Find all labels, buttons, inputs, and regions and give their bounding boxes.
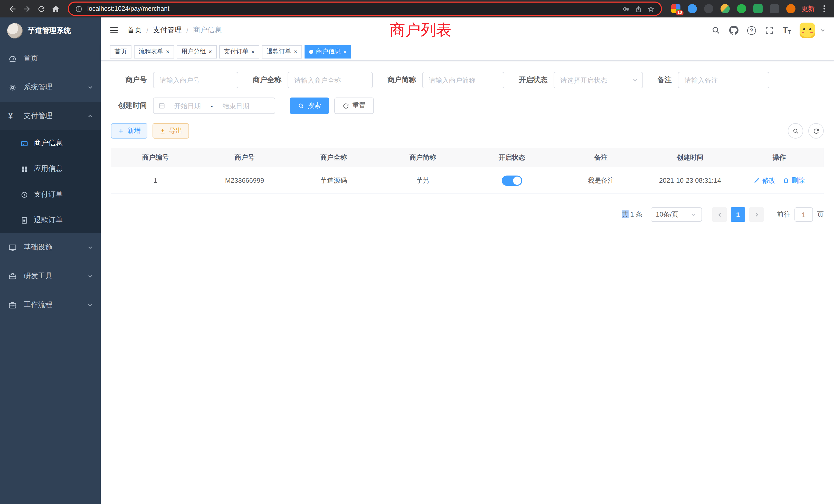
sidebar-item-home[interactable]: 首页 — [0, 44, 101, 73]
sidebar-item-dev-tools[interactable]: 研发工具 — [0, 262, 101, 291]
sidebar-item-payment[interactable]: 支付管理 — [0, 101, 101, 130]
chevron-down-icon[interactable] — [820, 27, 826, 33]
extension-icon-3[interactable] — [704, 4, 713, 13]
start-date-input[interactable] — [166, 102, 210, 110]
search-button[interactable]: 搜索 — [290, 97, 329, 114]
tab-user-group[interactable]: 用户分组 — [177, 45, 217, 58]
tab-home[interactable]: 首页 — [110, 45, 131, 58]
status-select[interactable] — [554, 72, 643, 88]
user-avatar[interactable] — [799, 23, 815, 38]
close-icon[interactable] — [208, 48, 212, 55]
next-page-button[interactable] — [749, 207, 764, 222]
chevron-down-icon — [690, 211, 697, 218]
sidebar-item-refund-order[interactable]: 退款订单 — [0, 207, 101, 233]
tab-merchant-info[interactable]: 商户信息 — [305, 45, 351, 58]
column-header: 创建时间 — [645, 153, 734, 162]
tab-label: 用户分组 — [181, 47, 206, 56]
browser-menu-kebab-icon[interactable] — [820, 4, 829, 13]
filter-create-time: 创建时间 - — [111, 97, 275, 114]
goto-label: 前往 — [777, 210, 790, 219]
prev-page-button[interactable] — [712, 207, 727, 222]
sidebar-item-infrastructure[interactable]: 基础设施 — [0, 233, 101, 262]
filter-label: 商户全称 — [253, 75, 288, 85]
sidebar-item-workflow[interactable]: 工作流程 — [0, 291, 101, 319]
arrow-left-icon — [8, 4, 17, 13]
main-area: 首页 / 支付管理 / 商户信息 商户列表 — [101, 18, 834, 504]
bookmark-star-icon[interactable] — [647, 5, 655, 13]
extension-icon-2[interactable] — [688, 4, 697, 13]
sidebar-item-app-info[interactable]: 应用信息 — [0, 156, 101, 182]
close-icon[interactable] — [294, 48, 297, 55]
sidebar-item-system[interactable]: 系统管理 — [0, 73, 101, 101]
browser-toolbar: localhost:1024/pay/merchant 10 更新 — [0, 0, 834, 18]
extension-icon-5[interactable] — [737, 4, 746, 13]
arrow-right-icon — [22, 4, 31, 13]
filter-full-name: 商户全称 — [253, 72, 373, 88]
extension-icon-7[interactable] — [770, 4, 779, 13]
breadcrumb-home[interactable]: 首页 — [127, 26, 142, 35]
extension-icon-1[interactable]: 10 — [671, 4, 680, 13]
github-icon[interactable] — [729, 26, 739, 35]
fullscreen-icon[interactable] — [765, 26, 774, 35]
add-button[interactable]: 新增 — [111, 123, 147, 139]
remark-input[interactable] — [678, 72, 769, 88]
cell-create-time: 2021-10-23 08:31:14 — [645, 177, 734, 184]
link-label: 修改 — [762, 176, 776, 185]
status-toggle[interactable] — [502, 175, 522, 186]
url-bar[interactable]: localhost:1024/pay/merchant — [68, 2, 662, 16]
full-name-input[interactable] — [288, 72, 373, 88]
sidebar-item-label: 支付管理 — [24, 111, 52, 121]
app-logo[interactable]: 芋道管理系统 — [0, 18, 101, 44]
key-icon[interactable] — [622, 5, 630, 13]
help-icon[interactable] — [747, 26, 756, 35]
browser-update-button[interactable]: 更新 — [802, 4, 814, 13]
total-prefix: 共 — [622, 210, 628, 218]
date-range-picker[interactable]: - — [153, 97, 275, 114]
extension-icon-4[interactable] — [721, 4, 730, 13]
tab-label: 流程表单 — [139, 47, 163, 56]
button-label: 导出 — [169, 126, 182, 136]
close-icon[interactable] — [343, 48, 347, 55]
info-icon[interactable] — [75, 5, 83, 13]
page-size-select[interactable]: 10条/页 — [651, 207, 702, 222]
page-number-button[interactable]: 1 — [731, 207, 745, 222]
reload-button[interactable] — [34, 2, 48, 16]
edit-link[interactable]: 修改 — [754, 176, 776, 185]
back-button[interactable] — [5, 2, 20, 16]
sidebar-item-pay-order[interactable]: 支付订单 — [0, 182, 101, 207]
close-icon[interactable] — [166, 48, 170, 55]
app-frame: 芋道管理系统 首页 系统管理 支付管理 — [0, 18, 834, 504]
payment-submenu: 商户信息 应用信息 支付订单 退款订单 — [0, 130, 101, 233]
extension-icon-6[interactable] — [753, 4, 763, 13]
merchant-no-input[interactable] — [153, 72, 238, 88]
refresh-icon — [343, 102, 349, 109]
app-title: 芋道管理系统 — [28, 26, 71, 36]
tab-pay-order[interactable]: 支付订单 — [219, 45, 259, 58]
sidebar-menu: 首页 系统管理 支付管理 商户信息 — [0, 44, 101, 319]
forward-button[interactable] — [20, 2, 34, 16]
filter-short-name: 商户简称 — [387, 72, 504, 88]
sidebar-item-merchant-info[interactable]: 商户信息 — [0, 130, 101, 156]
tab-process-form[interactable]: 流程表单 — [134, 45, 174, 58]
search-icon[interactable] — [711, 26, 721, 35]
refresh-table-button[interactable] — [808, 123, 824, 139]
close-icon[interactable] — [251, 48, 255, 55]
home-button[interactable] — [48, 2, 63, 16]
share-icon[interactable] — [635, 5, 642, 13]
profile-avatar-icon[interactable] — [786, 4, 795, 13]
table-toolbar: 新增 导出 — [111, 123, 824, 139]
end-date-input[interactable] — [214, 102, 258, 110]
toggle-search-button[interactable] — [788, 123, 803, 139]
font-size-icon[interactable] — [783, 26, 791, 35]
breadcrumb-payment[interactable]: 支付管理 — [153, 26, 182, 35]
export-button[interactable]: 导出 — [153, 123, 189, 139]
chevron-down-icon — [87, 301, 93, 308]
sidebar-item-label: 基础设施 — [24, 243, 52, 252]
delete-link[interactable]: 删除 — [783, 176, 805, 185]
tab-refund-order[interactable]: 退款订单 — [262, 45, 302, 58]
hamburger-icon[interactable] — [109, 25, 119, 36]
short-name-input[interactable] — [422, 72, 504, 88]
goto-page-input[interactable] — [794, 207, 813, 222]
search-icon — [792, 128, 799, 134]
reset-button[interactable]: 重置 — [334, 97, 374, 114]
